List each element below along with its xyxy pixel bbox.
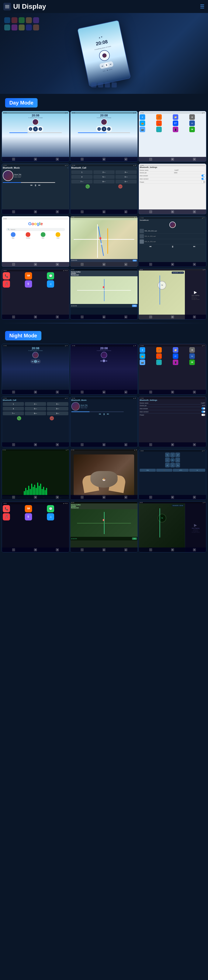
dial-social-icon: 📞 — [149, 263, 152, 266]
night-music-app[interactable]: 🎵 — [3, 513, 10, 520]
bottom-bar-btsettings: 📞 ⊞ ★ — [139, 210, 206, 214]
next-btn[interactable]: ⏭ — [39, 127, 42, 131]
next-btn-2[interactable]: ⏭ — [107, 127, 110, 131]
auto-answer-toggle[interactable] — [202, 175, 205, 177]
night-food-screen: 17:43 ▲ ▼ 🍜 📞 ⊞ ★ — [70, 449, 138, 500]
music-app[interactable]: 🎵 — [3, 280, 10, 288]
night-call-btn[interactable]: 📞 — [17, 416, 21, 420]
night-prev-2[interactable]: ⏮ — [100, 360, 102, 362]
bt-next[interactable]: ⏭ — [38, 184, 41, 187]
night-auto-answer-toggle[interactable] — [202, 407, 205, 410]
key-7[interactable]: 7— — [71, 180, 93, 183]
phone-app[interactable]: 📞 — [3, 272, 10, 280]
night-next-2[interactable]: ⏭ — [106, 360, 107, 362]
night-key-4[interactable]: 4 — [3, 407, 24, 410]
ctrl-dial[interactable]: DIAL — [140, 469, 156, 472]
nav-up[interactable]: ↑ — [170, 453, 175, 457]
social-play[interactable]: ⏸ — [171, 245, 174, 248]
night-bt-prev[interactable]: ⏮ — [99, 413, 101, 416]
night-apps-carplay: ⊞ — [34, 548, 37, 551]
play-btn-2[interactable]: ⏸ — [102, 127, 106, 131]
night-key-6[interactable]: 0— — [47, 407, 68, 410]
prev-btn[interactable]: ⏮ — [29, 127, 32, 131]
nav-left[interactable]: ← — [165, 458, 170, 462]
spotify-app[interactable]: ♫ — [47, 280, 54, 288]
night-bottom-bar-1: 📞 ⊞ ★ — [2, 390, 69, 395]
messages-app[interactable]: 💬 — [47, 272, 54, 280]
night-bt-play[interactable]: ⏸ — [103, 413, 105, 416]
night-end-btn[interactable]: 📵 — [50, 416, 54, 420]
night-apps-waveform: ⊞ — [34, 496, 37, 499]
key-8[interactable]: 8— — [93, 180, 115, 183]
night-dial-1: 📞 — [12, 391, 15, 394]
end-btn[interactable]: 📵 — [118, 185, 123, 189]
night-messages-app[interactable]: 💬 — [47, 505, 54, 512]
night-time-1: 20:08 — [32, 347, 39, 350]
key-2[interactable]: 2— — [93, 170, 115, 174]
night-apts-btcall: ★ — [56, 443, 59, 446]
auto-connect-toggle[interactable] — [202, 178, 205, 180]
hamburger-icon[interactable] — [3, 3, 11, 10]
night-next-1[interactable]: ⏭ — [38, 361, 39, 363]
ctrl-phone[interactable]: 📞 — [156, 469, 172, 472]
go-button[interactable]: GO — [132, 260, 137, 261]
night-key-2[interactable]: 2— — [25, 402, 46, 406]
prev-btn-2[interactable]: ⏮ — [98, 127, 101, 131]
google-logo: Google — [28, 221, 43, 226]
nav-downright[interactable]: ↘ — [175, 463, 180, 468]
key-1[interactable]: 1 — [71, 170, 93, 174]
nav-downleft[interactable]: ↙ — [165, 463, 170, 468]
nav-down[interactable]: ↓ — [170, 463, 175, 468]
night-spotify-app[interactable]: ♫ — [47, 513, 54, 520]
night-mode-row1: 17:43 ▲ ▼ 20:08 A soothing piece of musi… — [0, 344, 208, 395]
maps-app[interactable]: 🗺 — [25, 272, 32, 280]
key-4[interactable]: 4 — [71, 175, 93, 179]
nav-upleft[interactable]: ↖ — [165, 453, 170, 457]
flower-toggle[interactable] — [202, 181, 205, 183]
google-search-bar[interactable]: 🔍Search... — [6, 228, 65, 231]
podcast-app[interactable]: 🎙 — [25, 280, 32, 288]
music-title-label: Music Title — [14, 174, 21, 175]
numpad: 1 2— 3— 4 5— 0— 7— 8— 9— — [71, 170, 137, 183]
day-bt-music-screen: 17:43 ▲ ▼ Bluetooth_Music × Music Title … — [2, 164, 69, 214]
nav-upright[interactable]: ↗ — [175, 453, 180, 457]
night-key-9[interactable]: 9— — [47, 412, 68, 415]
dial-icon-2: 📞 — [80, 158, 84, 161]
night-bt-next[interactable]: ⏭ — [107, 413, 109, 416]
key-9[interactable]: 9— — [115, 180, 137, 183]
key-6[interactable]: 0— — [115, 175, 137, 179]
nav-right[interactable]: → — [175, 458, 180, 462]
night-time-2: 20:08 — [100, 347, 108, 350]
nav-menu-icon[interactable]: ☰ — [200, 4, 205, 10]
bottom-bar-bt: 📞 ⊞ ★ — [2, 210, 69, 214]
bt-prev[interactable]: ⏮ — [30, 184, 33, 187]
key-5[interactable]: 5— — [93, 175, 115, 179]
ctrl-apts[interactable]: APTS — [173, 469, 189, 472]
night-key-8[interactable]: 8— — [25, 412, 46, 415]
night-key-1[interactable]: 1 — [3, 402, 24, 406]
call-btn[interactable]: 📞 — [85, 185, 90, 189]
night-prev-1[interactable]: ⏮ — [32, 361, 33, 363]
night-maps-app[interactable]: 🗺 — [25, 505, 32, 512]
key-3[interactable]: 3— — [115, 170, 137, 174]
bt-play[interactable]: ⏸ — [34, 184, 37, 187]
play-btn[interactable]: ⏸ — [33, 127, 38, 131]
nav-go-btn[interactable]: GO — [132, 305, 137, 307]
night-key-5[interactable]: 5— — [25, 407, 46, 410]
night-flower-toggle[interactable] — [202, 414, 205, 416]
night-key-3[interactable]: 3— — [47, 402, 68, 406]
night-podcast-app[interactable]: 🎙 — [25, 513, 32, 520]
day-music-screen-1: 17:43 ▲ ▼ 20:08 A soothing piece of musi… — [2, 111, 69, 162]
social-prev[interactable]: ⏮ — [150, 245, 151, 248]
night-phone-app[interactable]: 📞 — [3, 505, 10, 512]
night-auto-connect-toggle[interactable] — [202, 410, 205, 413]
nav-ok[interactable]: OK — [170, 458, 175, 462]
night-apts-3: ★ — [193, 391, 196, 394]
social-next[interactable]: ⏭ — [193, 245, 195, 248]
night-key-7[interactable]: 7— — [3, 412, 24, 415]
day-mode-header: Day Mode — [5, 98, 38, 108]
night-apts-navbtns: ★ — [193, 496, 196, 499]
ctrl-menu[interactable]: ⊞ — [189, 469, 205, 472]
night-nav-go-btn[interactable]: GO — [132, 538, 137, 540]
bt-music-title: Bluetooth_Music — [3, 167, 20, 169]
